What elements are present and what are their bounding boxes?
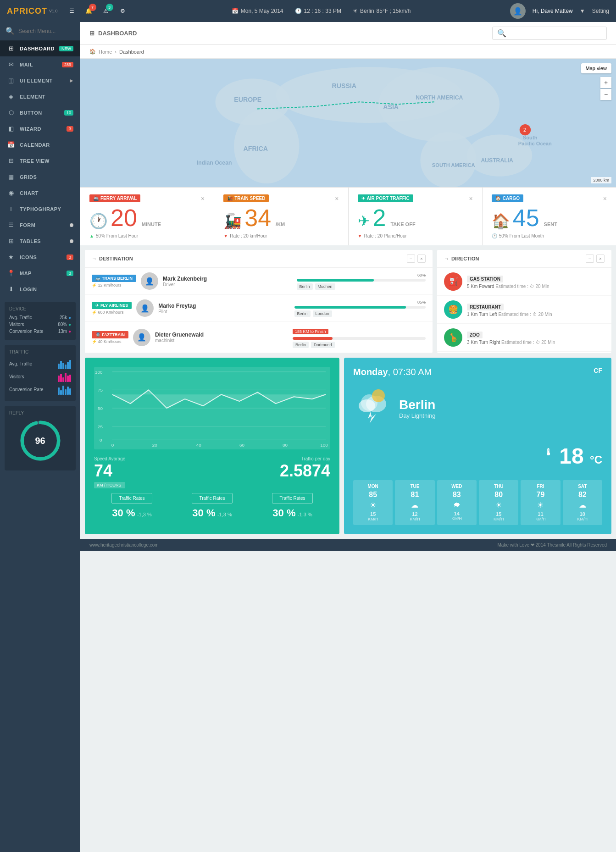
weather-cf-toggle[interactable]: CF: [594, 367, 602, 374]
sidebar-item-ui-element[interactable]: ◫ UI ELEMENT ▶: [0, 72, 80, 89]
weather-condition-icon: [353, 387, 390, 430]
dest-progress-label-2: 85%: [294, 300, 426, 304]
dest-tags-2: Berlin London: [294, 310, 426, 317]
dest-badge-1: 🚌 TRANS BERLIN: [92, 275, 136, 282]
traffic-rates-row: Traffic Rates 30 % -1,3 % Traffic Rates …: [94, 493, 330, 519]
sidebar-item-dashboard[interactable]: ⊞ DASHBOARD NEW: [0, 40, 80, 56]
settings-button[interactable]: ⚙: [116, 4, 130, 18]
cargo-close-button[interactable]: ×: [603, 195, 607, 202]
bar: [69, 360, 71, 369]
forecast-thu-label: THU: [481, 484, 516, 489]
bar: [60, 390, 62, 395]
sidebar-item-treeview[interactable]: ⊟ TREE VIEW: [0, 153, 80, 169]
thermometer-icon: 🌡: [544, 447, 553, 458]
bar: [65, 389, 67, 395]
forecast-wed-label: WED: [439, 484, 474, 489]
traffic-visitors-row: Visitors: [9, 371, 71, 382]
sidebar-item-element[interactable]: ◈ ELEMENT: [0, 89, 80, 105]
search-input[interactable]: [18, 28, 80, 34]
sidebar-item-chart[interactable]: ◉ CHART: [0, 185, 80, 201]
notification-badge: 7: [89, 4, 96, 11]
breadcrumb-current: Dashboard: [119, 49, 144, 55]
traffic-per-day-stat: Traffic per day 2.5874: [280, 456, 330, 488]
sidebar-item-form[interactable]: ☰ FORM: [0, 217, 80, 233]
destination-close-button[interactable]: ×: [417, 254, 426, 263]
train-close-button[interactable]: ×: [335, 195, 339, 202]
dashboard-icon: ⊞: [7, 45, 15, 52]
sidebar-label-map: MAP: [20, 271, 67, 276]
forecast-fri-wind: 11 KM/H: [523, 511, 558, 521]
sidebar-label-treeview: TREE VIEW: [20, 158, 73, 164]
forecast-tue-label: TUE: [397, 484, 432, 489]
traffic-per-day-label: Traffic per day: [280, 456, 330, 461]
dashboard-badge: NEW: [59, 46, 73, 51]
sidebar-label-mail: MAIL: [20, 62, 62, 67]
notifications-button[interactable]: 🔔 7: [82, 4, 96, 18]
direction-minimize-button[interactable]: −: [586, 254, 594, 263]
ferry-close-button[interactable]: ×: [201, 195, 205, 202]
forecast-sat-wind: 10 KM/H: [565, 511, 600, 521]
cargo-house-icon: 🏠: [492, 212, 510, 230]
stats-row: 🚢 FERRY ARRIVAL × 🕐 20 MINUTE ▲ 50% From…: [80, 187, 616, 245]
forecast-mon-label: MON: [355, 484, 390, 489]
conversion-bars: [58, 384, 71, 395]
sidebar-item-login[interactable]: ⬇ LOGIN: [0, 281, 80, 297]
main-search-input[interactable]: [510, 30, 602, 37]
dashboard-icon-small: ⊞: [89, 30, 94, 37]
sidebar-item-mail[interactable]: ✉ MAIL 289: [0, 56, 80, 72]
forecast-sat-icon: ☁: [565, 501, 600, 509]
wizard-icon: ◧: [7, 125, 15, 132]
weather-forecast: MON 85 ☀ 15 KM/H TUE 81 ☁ 12: [353, 480, 602, 525]
direction-close-button[interactable]: ×: [596, 254, 605, 263]
map-zoom-in-button[interactable]: +: [600, 77, 611, 88]
breadcrumb-home[interactable]: Home: [99, 49, 112, 55]
restaurant-name: RESTAURANT: [467, 304, 504, 310]
sidebar-item-button[interactable]: ⬡ BUTTON 10: [0, 105, 80, 121]
traffic-rate-btn-1[interactable]: Traffic Rates: [111, 493, 152, 503]
airport-sub: ▼ Rate : 20 Plane/Hour: [358, 233, 473, 238]
dest-speed-3: ⚡ 40 Km/hours: [92, 339, 128, 344]
dest-progress-fill-3: [293, 337, 333, 340]
sidebar-item-map[interactable]: 📍 MAP 3: [0, 265, 80, 281]
traffic-rate-btn-2[interactable]: Traffic Rates: [192, 493, 232, 503]
map-view-button[interactable]: Map view: [581, 63, 611, 73]
sidebar-item-typography[interactable]: T TYPHOGHRAPY: [0, 201, 80, 217]
main-search-box[interactable]: 🔍: [492, 27, 607, 40]
sidebar-item-tables[interactable]: ⊞ TABLES: [0, 233, 80, 249]
sidebar-item-wizard[interactable]: ◧ WIZARD 3: [0, 121, 80, 137]
svg-text:AUSTRALIA: AUSTRALIA: [481, 157, 513, 164]
restaurant-time: Estimated time : ⏱ 20 Min: [498, 312, 552, 317]
forecast-wed-icon: 🌧: [439, 501, 474, 509]
forecast-mon-temp: 85: [355, 491, 390, 499]
train-icon: 🚂: [227, 196, 233, 201]
destination-controls: − ×: [407, 254, 426, 263]
direction-item-zoo: 🦒 ZOO 3 Km Turn Right Estimated time : ⏱…: [437, 324, 611, 352]
alert-badge: 3: [106, 4, 113, 11]
traffic-rate-btn-3[interactable]: Traffic Rates: [272, 493, 312, 503]
dest-progress-label-3: 185 KM to Finish: [293, 329, 328, 334]
cargo-clock-icon: 🕐: [492, 233, 497, 238]
sidebar-label-dashboard: DASHBOARD: [20, 46, 59, 51]
sidebar-label-ui-element: UI ELEMENT: [20, 78, 70, 83]
sidebar-item-calendar[interactable]: 📅 CALENDAR: [0, 137, 80, 153]
destination-minimize-button[interactable]: −: [407, 254, 415, 263]
train-down-icon: ▼: [223, 233, 228, 238]
alerts-button[interactable]: ⚠ 3: [99, 4, 113, 18]
chart-panel: 100 75 50 25 0 0 20 40 60 80 100: [85, 358, 339, 534]
airport-close-button[interactable]: ×: [469, 195, 473, 202]
topnav-center: 📅 Mon, 5 May 2014 🕐 12 : 16 : 33 PM ☀ Be…: [133, 8, 510, 14]
map-container[interactable]: EUROPE RUSSIA ASIA AFRICA NORTH AMERICA …: [80, 59, 616, 187]
svg-text:40: 40: [196, 443, 202, 448]
menu-toggle-button[interactable]: ☰: [65, 4, 79, 18]
setting-link[interactable]: Setting: [592, 8, 609, 14]
direction-arrow-icon: →: [444, 256, 449, 261]
sidebar-item-icons[interactable]: ★ ICONS 3: [0, 249, 80, 265]
bar: [69, 388, 71, 395]
dest-from-1: Berlin: [297, 283, 313, 290]
sidebar-item-grids[interactable]: ▦ GRIDS: [0, 169, 80, 185]
sidebar-label-button: BUTTON: [20, 110, 64, 116]
weather-panel: Monday, 07:30 AM CF: [344, 358, 611, 534]
restaurant-info: RESTAURANT 1 Km Turn Left Estimated time…: [467, 302, 605, 317]
map-zoom-out-button[interactable]: −: [600, 89, 611, 100]
train-unit: /KM: [276, 221, 285, 227]
